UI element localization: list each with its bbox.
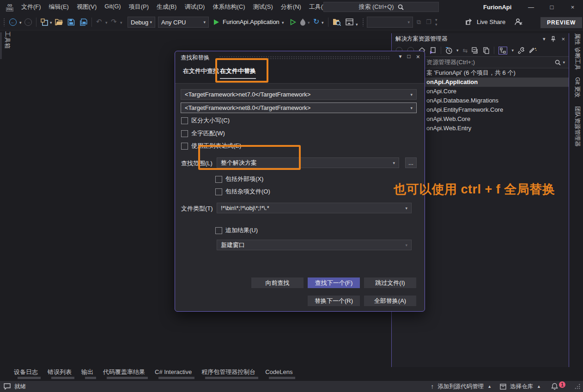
feedback-person-icon[interactable] <box>514 18 522 26</box>
sidebar-tab-team-explorer[interactable]: 团队资源管理器 <box>573 106 581 147</box>
hot-reload-caret[interactable]: ▾ <box>308 20 310 25</box>
menu-file[interactable]: 文件(F) <box>21 3 41 11</box>
menu-debug[interactable]: 调试(D) <box>184 3 205 11</box>
back-dropdown-caret[interactable]: ▾ <box>19 20 22 25</box>
sidebar-tab-diagnostic-tools[interactable]: 诊断工具 <box>573 47 581 70</box>
notification-badge[interactable]: 1 <box>559 381 565 388</box>
tab-package-manager-console[interactable]: 程序包管理器控制台 <box>201 368 255 379</box>
toolbar-grip[interactable] <box>3 18 5 26</box>
navigate-back-button[interactable]: ← <box>9 18 17 26</box>
add-to-source-control-button[interactable]: 添加到源代码管理 <box>437 383 484 391</box>
save-icon[interactable] <box>67 18 75 26</box>
start-without-debug-icon[interactable] <box>290 19 296 25</box>
tab-error-list[interactable]: 错误列表 <box>48 368 72 379</box>
tab-codelens[interactable]: CodeLens <box>265 368 292 379</box>
pending-changes-filter-icon[interactable] <box>445 47 452 54</box>
show-all-files-icon[interactable] <box>483 47 490 54</box>
file-types-combobox[interactable]: !*\bin\*;!*\obj\*;!*\.*▾ <box>217 203 412 213</box>
live-share-label[interactable]: Live Share <box>477 18 505 25</box>
startup-project-caret[interactable]: ▾ <box>282 20 284 25</box>
minimize-button[interactable]: — <box>521 0 541 14</box>
menu-analyze[interactable]: 分析(N) <box>281 3 301 11</box>
replace-next-button[interactable]: 替换下一个(R) <box>308 296 360 306</box>
solution-platform-dropdown[interactable]: Any CPU▾ <box>158 17 209 28</box>
find-in-files-icon[interactable] <box>333 18 341 26</box>
close-button[interactable]: × <box>562 0 583 14</box>
menu-view[interactable]: 视图(V) <box>77 3 97 11</box>
dialog-close-icon[interactable]: × <box>416 53 420 60</box>
quick-search-box[interactable]: 搜索 (Ctrl+Q) <box>323 2 439 12</box>
startup-project-label[interactable]: FurionApi.Application <box>223 18 279 25</box>
skip-file-button[interactable]: 跳过文件(I) <box>364 277 416 288</box>
menu-architecture[interactable]: 体系结构(C) <box>213 3 245 11</box>
restart-caret[interactable]: ▾ <box>322 20 324 25</box>
browse-scope-button[interactable]: ... <box>405 157 417 168</box>
menu-git[interactable]: Git(G) <box>104 3 121 11</box>
preview-badge[interactable]: PREVIEW <box>540 17 582 28</box>
open-folder-icon[interactable] <box>55 19 63 25</box>
redo-caret[interactable]: ▾ <box>120 20 122 25</box>
status-ready-label: 就绪 <box>14 383 26 391</box>
redo-icon[interactable]: ↷ <box>111 18 117 26</box>
start-debug-icon[interactable] <box>213 19 219 25</box>
tab-code-coverage[interactable]: 代码覆盖率结果 <box>103 368 145 379</box>
file-nesting-caret[interactable]: ▾ <box>511 48 514 53</box>
find-previous-button[interactable]: 向前查找 <box>251 277 304 288</box>
chevron-up-icon[interactable]: ▲ <box>537 384 541 389</box>
find-what-combobox[interactable]: <TargetFramework>net7.0</TargetFramework… <box>181 89 417 100</box>
results-window-dropdown[interactable]: 新建窗口▾ <box>217 240 412 250</box>
toolbar-grip[interactable] <box>362 18 364 26</box>
menu-test[interactable]: 测试(S) <box>253 3 273 11</box>
menu-project[interactable]: 项目(P) <box>129 3 149 11</box>
sidebar-tab-git-changes[interactable]: Git 更改 <box>573 77 581 97</box>
filter-caret[interactable]: ▾ <box>456 48 459 53</box>
dialog-maximize-icon[interactable]: □ <box>407 53 411 60</box>
resize-grip[interactable] <box>575 384 580 389</box>
find-next-button[interactable]: 查找下一个(F) <box>308 277 360 288</box>
wrench-icon[interactable] <box>518 47 525 54</box>
pin-icon[interactable] <box>551 36 556 42</box>
tab-output[interactable]: 输出 <box>81 368 93 379</box>
sidebar-tab-properties[interactable]: 属性 <box>573 33 581 45</box>
switch-views-icon[interactable] <box>430 47 437 54</box>
whole-word-checkbox[interactable]: 全字匹配(W) <box>181 129 225 138</box>
live-share-icon[interactable] <box>466 18 474 25</box>
sidebar-tab-toolbox[interactable]: 工具箱 <box>3 31 11 49</box>
include-external-items-checkbox[interactable]: 包括外部项(X) <box>215 175 263 183</box>
tab-find-in-files[interactable]: 在文件中查找 <box>183 67 219 79</box>
append-results-checkbox[interactable]: 追加结果(U) <box>215 226 258 235</box>
include-misc-files-checkbox[interactable]: 包括杂项文件(O) <box>215 187 270 196</box>
overflow-caret[interactable]: ▾▾ <box>435 18 437 27</box>
undo-icon[interactable]: ↶ <box>96 18 102 26</box>
restart-icon[interactable]: ↻ <box>313 17 319 26</box>
window-layout-caret[interactable]: ▾ <box>356 22 358 27</box>
hot-reload-icon[interactable] <box>299 18 306 26</box>
replace-all-button[interactable]: 全部替换(A) <box>364 296 416 306</box>
collapse-all-icon[interactable] <box>472 47 479 54</box>
replace-with-combobox[interactable]: <TargetFramework>net8.0</TargetFramework… <box>181 103 417 113</box>
new-project-icon[interactable] <box>41 18 49 26</box>
panel-menu-caret[interactable]: ▾ <box>543 36 546 42</box>
undo-caret[interactable]: ▾ <box>105 20 108 25</box>
dialog-menu-caret[interactable]: ▾ <box>399 53 402 60</box>
panel-close-icon[interactable]: × <box>561 36 565 42</box>
add-item-icon[interactable] <box>529 47 537 54</box>
menu-edit[interactable]: 编辑(E) <box>49 3 69 11</box>
chevron-up-icon[interactable]: ▲ <box>487 384 492 389</box>
scope-view-toggle[interactable] <box>498 47 507 54</box>
search-options-caret[interactable]: ▾ <box>563 60 565 65</box>
tab-csharp-interactive[interactable]: C# Interactive <box>155 368 192 379</box>
select-repository-button[interactable]: 选择仓库 <box>510 383 533 391</box>
tab-device-log[interactable]: 设备日志 <box>14 368 38 379</box>
match-case-checkbox[interactable]: 区分大小写(C) <box>181 116 230 125</box>
maximize-button[interactable]: □ <box>541 0 562 14</box>
new-project-caret[interactable]: ▾ <box>50 20 52 25</box>
feedback-bubble-icon[interactable] <box>4 383 11 390</box>
menu-build[interactable]: 生成(B) <box>157 3 176 11</box>
unused-dropdown[interactable]: ▾ <box>367 17 413 28</box>
save-all-icon[interactable] <box>79 18 88 26</box>
navigate-forward-button[interactable]: → <box>24 18 32 26</box>
notification-bell-icon[interactable] <box>551 383 558 390</box>
solution-configuration-dropdown[interactable]: Debug▾ <box>128 17 155 28</box>
window-layout-icon[interactable] <box>346 18 353 25</box>
